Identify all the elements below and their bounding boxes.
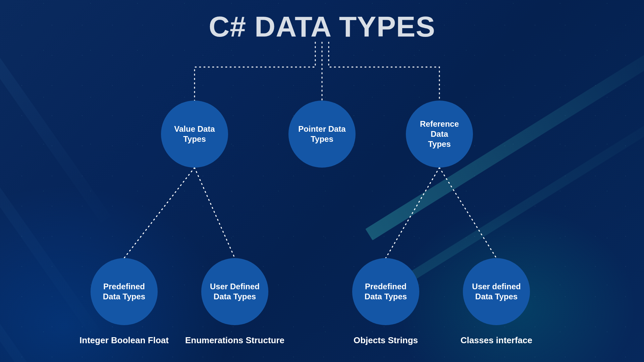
node-label: PredefinedData Types [97, 282, 151, 302]
node-reference-data-types: Reference DataTypes [406, 101, 473, 168]
node-label: Pointer DataTypes [292, 124, 352, 144]
examples-value-userdefined: Enumerations Structure [185, 335, 284, 346]
examples-reference-userdefined: Classes interface [461, 335, 532, 346]
svg-line-3 [439, 168, 496, 258]
examples-reference-predefined: Objects Strings [354, 335, 418, 346]
svg-line-2 [386, 168, 439, 258]
svg-line-1 [195, 168, 235, 258]
node-pointer-data-types: Pointer DataTypes [288, 101, 356, 168]
node-value-predefined: PredefinedData Types [91, 258, 158, 325]
node-value-userdefined: User DefinedData Types [201, 258, 268, 325]
node-label: PredefinedData Types [359, 282, 413, 302]
node-value-data-types: Value DataTypes [161, 101, 228, 168]
node-label: User definedData Types [466, 282, 527, 302]
node-label: Value DataTypes [168, 124, 221, 144]
node-reference-predefined: PredefinedData Types [352, 258, 419, 325]
examples-value-predefined: Integer Boolean Float [79, 335, 169, 346]
node-reference-userdefined: User definedData Types [463, 258, 530, 325]
node-label: User DefinedData Types [204, 282, 266, 302]
node-label: Reference DataTypes [406, 119, 473, 149]
svg-line-0 [124, 168, 195, 258]
